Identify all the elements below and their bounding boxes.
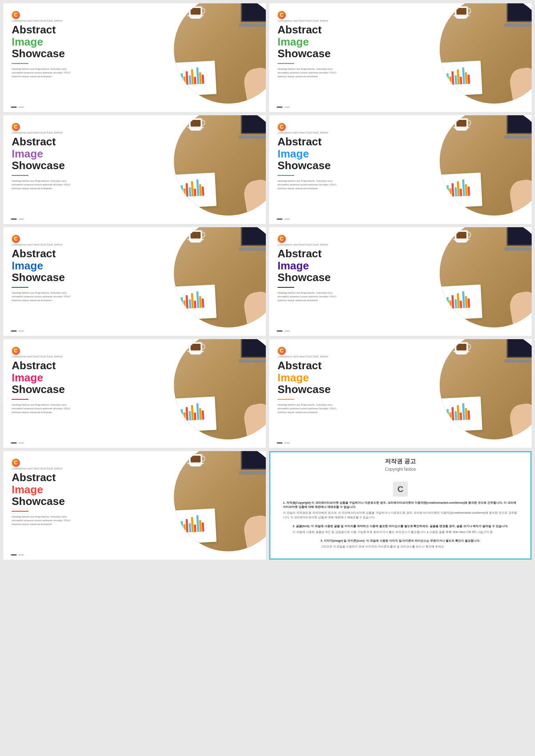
slide-5-divider <box>12 287 28 288</box>
slide-7-divider <box>12 399 28 400</box>
hand-8 <box>508 402 532 439</box>
slide-1-circle <box>174 3 266 104</box>
slide-5: C Letterpress next level trust fund, bef… <box>3 227 266 336</box>
slide-6-abstract: Abstract <box>278 248 406 260</box>
slide-4-abstract: Abstract <box>278 136 406 148</box>
slide-5-content: C Letterpress next level trust fund, bef… <box>3 227 148 336</box>
desk-scene-4 <box>440 115 532 216</box>
slide-7-abstract: Abstract <box>12 360 140 372</box>
slide-6: C Letterpress next level trust fund, bef… <box>269 227 532 336</box>
slide-9: C Letterpress next level trust fund, bef… <box>3 451 266 560</box>
coffee-cup-2 <box>452 3 471 20</box>
slide-5-showcase: Showcase <box>12 271 140 284</box>
slide-4-circle <box>440 115 532 216</box>
slide-9-tagline: Letterpress next level trust fund, befor… <box>12 467 140 470</box>
slide-6-image-area <box>413 227 532 336</box>
slide-1-tagline: Letterpress next level trust fund, befor… <box>12 19 140 22</box>
slide-4-content: C Letterpress next level trust fund, bef… <box>269 115 413 224</box>
slide-5-tagline: Letterpress next level trust fund, befor… <box>12 243 140 246</box>
slide-3: C Letterpress next level trust fund, bef… <box>3 115 266 224</box>
slide-4-nav <box>277 218 290 220</box>
slide-9-divider <box>12 511 28 512</box>
slide-2-abstract: Abstract <box>278 24 406 36</box>
slide-5-image: Image <box>12 260 140 272</box>
nav-dot-prev <box>11 107 17 108</box>
copyright-logo: C <box>393 482 408 497</box>
slide-7-body: Hashtag fashion axe fingerstache, everyd… <box>12 403 79 414</box>
slide-3-content: C Letterpress next level trust fund, bef… <box>3 115 148 224</box>
slide-7-circle <box>174 339 266 439</box>
slide-9-showcase: Showcase <box>12 495 140 507</box>
slide-6-content: C Letterpress next level trust fund, bef… <box>269 227 413 336</box>
slide-7-content: C Letterpress next level trust fund, bef… <box>3 339 148 448</box>
desk-scene-9 <box>174 451 266 551</box>
laptop-7 <box>237 339 266 377</box>
slide-3-nav <box>11 218 24 220</box>
slide-2-tagline: Letterpress next level trust fund, befor… <box>278 19 406 22</box>
copyright-section-2-text: 이 파일에 사용된 글꼴은 개인 및 상업용으로 사용 가능한 무료 폰트이거나… <box>293 530 508 535</box>
slide-1-content: C Letterpress next level trust fund, bef… <box>3 3 148 112</box>
slide-9-image-area <box>148 451 266 560</box>
slide-1-nav <box>11 107 24 108</box>
hand-9 <box>242 514 266 551</box>
laptop-1 <box>237 3 266 41</box>
chart-paper-9 <box>174 508 217 544</box>
chart-paper-5 <box>174 284 217 320</box>
nav-dot-next <box>18 107 24 108</box>
laptop-5 <box>237 227 266 265</box>
laptop-9 <box>237 451 266 489</box>
hand-7 <box>242 402 266 439</box>
slide-7-image-area <box>148 339 266 448</box>
chart-paper-6 <box>440 284 482 320</box>
svg-text:C: C <box>397 485 403 494</box>
slide-9-body: Hashtag fashion axe fingerstache, everyd… <box>12 515 79 526</box>
slide-1-abstract: Abstract <box>12 24 140 36</box>
chart-paper-3 <box>174 173 217 208</box>
logo-icon-7: C <box>12 347 20 355</box>
slide-2-image-area <box>413 3 532 112</box>
slide-8-abstract: Abstract <box>278 360 406 372</box>
slide-2-body: Hashtag fashion axe fingerstache, everyd… <box>278 67 344 79</box>
slide-8-body: Hashtag fashion axe fingerstache, everyd… <box>278 403 344 414</box>
laptop-3 <box>237 115 266 153</box>
logo-icon-9: C <box>12 459 20 467</box>
copyright-section-1-text: 이 파일의 저작권은 원 저작자에게 있으며, 이 크리에이티브마켓 상품을 구… <box>283 510 518 520</box>
slide-7-tagline: Letterpress next level trust fund, befor… <box>12 355 140 358</box>
slide-8-content: C Letterpress next level trust fund, bef… <box>269 339 413 448</box>
slide-4-image: Image <box>278 148 406 160</box>
slide-3-divider <box>12 175 28 176</box>
hand-1 <box>242 66 266 104</box>
slide-6-tagline: Letterpress next level trust fund, befor… <box>278 243 406 246</box>
desk-scene-5 <box>174 227 266 327</box>
chart-paper-1 <box>174 61 217 96</box>
logo-icon-1: C <box>12 11 20 19</box>
copyright-section-3: 3. 이미지(image) 및 아이콘(icon): 이 파일에 사용된 이미지… <box>321 539 480 549</box>
hand-3 <box>242 178 266 216</box>
copyright-section-2: 2. 글꼴(font): 이 파일에 사용된 글꼴 및 이미지를 파악하고 사용… <box>293 524 508 535</box>
copyright-section-3-title: 3. 이미지(image) 및 아이콘(icon): 이 파일에 사용된 이미지… <box>321 539 480 543</box>
slide-8-image-area <box>413 339 532 448</box>
copyright-title: 저작권 공고 <box>385 458 416 465</box>
slide-2-showcase: Showcase <box>278 48 406 60</box>
slide-3-tagline: Letterpress next level trust fund, befor… <box>12 131 140 134</box>
chart-paper-4 <box>440 173 482 208</box>
slide-9-circle <box>174 451 266 551</box>
copyright-section-2-title: 2. 글꼴(font): 이 파일에 사용된 글꼴 및 이미지를 파악하고 사용… <box>293 524 508 528</box>
slide-7-nav <box>11 442 24 444</box>
slide-1-image: Image <box>12 36 140 48</box>
copyright-section-3-text: 그러므로 이 파일을 이용하기 전에 이미지와 아이콘의 출처 및 라이선스를 … <box>321 544 480 549</box>
slide-3-showcase: Showcase <box>12 160 140 172</box>
slide-5-abstract: Abstract <box>12 248 140 260</box>
slide-4-image-area <box>413 115 532 224</box>
logo-icon-2: C <box>278 11 286 19</box>
slide-8-image: Image <box>278 372 406 384</box>
desk-scene-6 <box>440 227 532 327</box>
chart-paper-8 <box>440 396 482 432</box>
slide-1-divider <box>12 63 28 64</box>
logo-icon-5: C <box>12 235 20 243</box>
copyright-slide: 저작권 공고 Copyright Notice C 1. 저작권(Copyrig… <box>269 451 532 560</box>
slide-3-circle <box>174 115 266 216</box>
desk-scene-1 <box>174 3 266 104</box>
slide-1: C Letterpress next level trust fund, bef… <box>3 3 266 112</box>
copyright-section-1-title: 1. 저작권(Copyright) 이 크리에이티브마켓 상품을 구입하거나 다… <box>283 501 518 509</box>
